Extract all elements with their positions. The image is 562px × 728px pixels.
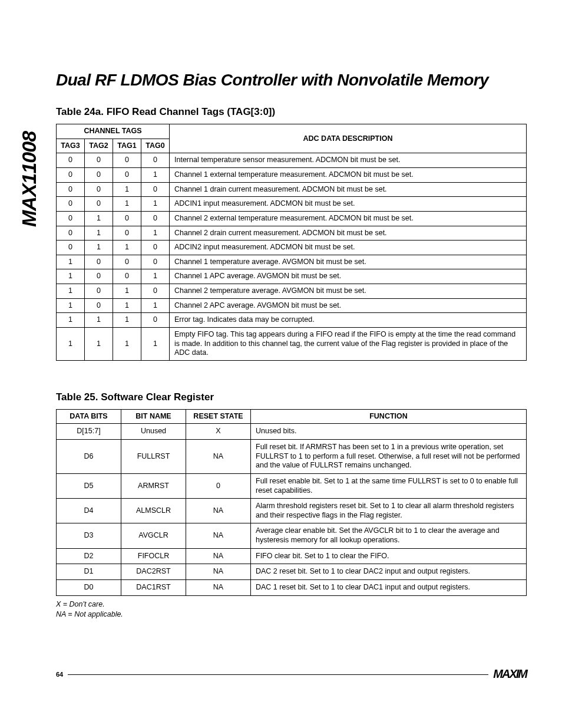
table-row: 0000Internal temperature sensor measurem… [57,153,527,168]
cell: NA [186,564,251,580]
cell: 1 [113,284,141,299]
cell: 0 [85,255,113,269]
table-row: 0011ADCIN1 input measurement. ADCMON bit… [57,197,527,212]
cell: 0 [141,211,170,226]
cell-description: Channel 1 APC average. AVGMON bit must b… [170,269,527,284]
cell-description: Channel 2 temperature average. AVGMON bi… [170,284,527,299]
cell: Full reset bit. If ARMRST has been set t… [251,440,527,474]
cell: 1 [57,269,85,284]
cell: 0 [113,168,141,183]
cell: NA [186,440,251,474]
cell: 1 [113,182,141,197]
cell-description: Channel 2 external temperature measureme… [170,211,527,226]
cell: NA [186,579,251,595]
cell: 1 [57,327,85,360]
cell: 1 [141,168,170,183]
cell: FIFOCLR [121,548,186,564]
table-row: D[15:7]UnusedXUnused bits. [57,424,527,440]
cell: 0 [141,313,170,328]
table-row: 0101Channel 2 drain current measurement.… [57,226,527,241]
cell: D4 [57,499,121,523]
cell-description: ADCIN2 input measurement. ADCMON bit mus… [170,241,527,255]
cell: 0 [57,153,85,168]
table-row: D5ARMRST0Full reset enable bit. Set to 1… [57,473,527,498]
cell: D0 [57,579,121,595]
cell: 1 [113,197,141,212]
cell: 0 [113,153,141,168]
table-row: 1111Empty FIFO tag. This tag appears dur… [57,327,527,360]
page-footer: 64 MAXIM [56,667,527,681]
page-number: 64 [56,671,63,678]
cell-description: Channel 1 drain current measurement. ADC… [170,182,527,197]
cell: 0 [141,284,170,299]
cell: 0 [141,255,170,269]
cell: 0 [57,182,85,197]
cell: 0 [186,473,251,498]
table-24a-caption: Table 24a. FIFO Read Channel Tags (TAG[3… [56,106,527,118]
table-row: 1110Error tag. Indicates data may be cor… [57,313,527,328]
cell: D2 [57,548,121,564]
cell: D6 [57,440,121,474]
cell: 1 [85,211,113,226]
cell: NA [186,523,251,548]
cell: 0 [113,226,141,241]
cell-description: Empty FIFO tag. This tag appears during … [170,327,527,360]
cell: 0 [141,182,170,197]
cell: 0 [85,197,113,212]
cell: 1 [85,327,113,360]
col-tag2: TAG2 [85,139,113,153]
cell: 1 [113,327,141,360]
table-row: 1001Channel 1 APC average. AVGMON bit mu… [57,269,527,284]
table-25-caption: Table 25. Software Clear Register [56,391,527,403]
cell: NA [186,499,251,523]
cell: 1 [113,298,141,313]
cell-description: Channel 1 temperature average. AVGMON bi… [170,255,527,269]
cell: 1 [113,313,141,328]
cell-description: Internal temperature sensor measurement.… [170,153,527,168]
cell: DAC 1 reset bit. Set to 1 to clear DAC1 … [251,579,527,595]
col-data-bits: DATA BITS [57,409,121,424]
table-row: 1000Channel 1 temperature average. AVGMO… [57,255,527,269]
col-reset-state: RESET STATE [186,409,251,424]
cell: 0 [85,153,113,168]
cell-description: Error tag. Indicates data may be corrupt… [170,313,527,328]
cell: 1 [113,241,141,255]
cell-description: Channel 1 external temperature measureme… [170,168,527,183]
cell: D5 [57,473,121,498]
col-tag3: TAG3 [57,139,85,153]
cell: 1 [57,298,85,313]
cell: Unused bits. [251,424,527,440]
cell: 0 [85,284,113,299]
cell: 1 [85,226,113,241]
cell: 1 [141,197,170,212]
cell: 0 [113,255,141,269]
cell: 0 [113,211,141,226]
cell: ARMRST [121,473,186,498]
cell: 1 [57,313,85,328]
col-adc-data-description: ADC DATA DESCRIPTION [170,124,527,153]
cell-description: ADCIN1 input measurement. ADCMON bit mus… [170,197,527,212]
table-row: D6FULLRSTNAFull reset bit. If ARMRST has… [57,440,527,474]
table-row: D0DAC1RSTNADAC 1 reset bit. Set to 1 to … [57,579,527,595]
cell: 0 [57,168,85,183]
cell: 0 [85,269,113,284]
footnote-na: NA = Not applicable. [56,610,527,620]
table-row: D2FIFOCLRNAFIFO clear bit. Set to 1 to c… [57,548,527,564]
maxim-logo: MAXIM [493,667,527,681]
cell: 0 [141,241,170,255]
table-25-footnotes: X = Don't care. NA = Not applicable. [56,599,527,620]
cell-description: Channel 2 APC average. AVGMON bit must b… [170,298,527,313]
col-tag1: TAG1 [113,139,141,153]
cell: 1 [141,269,170,284]
col-group-channel-tags: CHANNEL TAGS [57,124,170,139]
cell: Full reset enable bit. Set to 1 at the s… [251,473,527,498]
page-title: Dual RF LDMOS Bias Controller with Nonvo… [56,71,527,90]
cell: 0 [57,241,85,255]
table-row: 0001Channel 1 external temperature measu… [57,168,527,183]
cell: 0 [57,211,85,226]
cell: AVGCLR [121,523,186,548]
cell: Alarm threshold registers reset bit. Set… [251,499,527,523]
cell: 1 [57,284,85,299]
footer-rule [68,674,488,675]
cell: 0 [85,168,113,183]
